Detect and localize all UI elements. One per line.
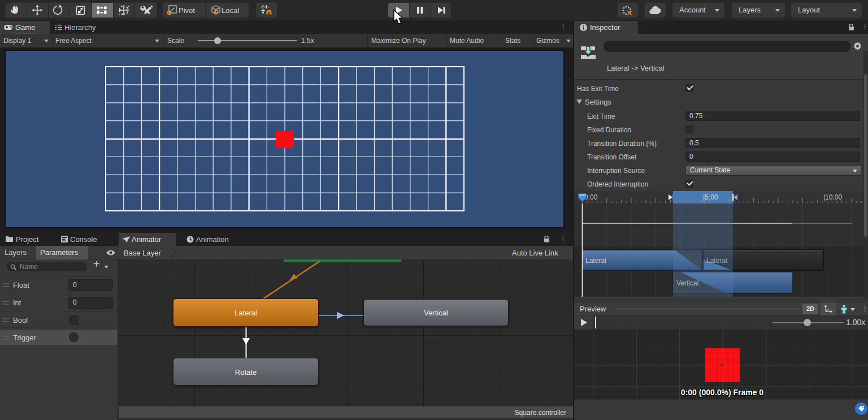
svg-text:|5:00: |5:00 <box>703 193 718 201</box>
svg-text:|10:00: |10:00 <box>823 193 842 201</box>
svg-text:Lateral: Lateral <box>585 257 606 265</box>
svg-text:0:00 (000.0%) Frame 0: 0:00 (000.0%) Frame 0 <box>681 388 764 397</box>
